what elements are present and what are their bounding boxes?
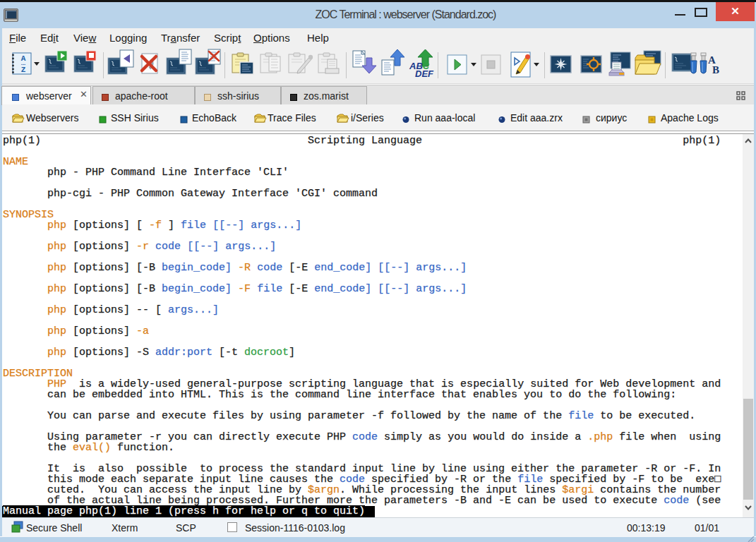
svg-text:Z: Z (21, 66, 26, 74)
svg-text:DEF: DEF (415, 68, 434, 79)
svg-text:B: B (712, 64, 719, 76)
